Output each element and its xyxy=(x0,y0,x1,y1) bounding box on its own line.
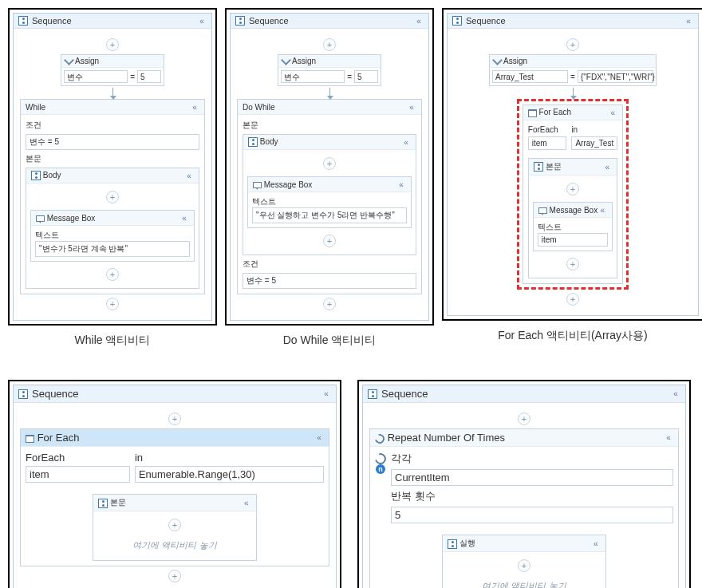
add-activity-plus[interactable]: + xyxy=(323,38,336,51)
condition-input[interactable]: 변수 = 5 xyxy=(26,134,199,150)
foreach-label: ForEach xyxy=(26,452,130,464)
repeat-title: Repeat Number Of Times xyxy=(388,432,505,444)
current-item-input[interactable]: CurrentItem xyxy=(391,469,673,486)
sequence-panel[interactable]: Sequence « + Assign Array_Test = {"FDX",… xyxy=(447,13,699,316)
body-label: 본문 xyxy=(243,120,416,131)
count-input[interactable]: 5 xyxy=(391,507,673,523)
sequence-title: Sequence xyxy=(466,16,506,26)
foreach-activity[interactable]: For Each« ForEach item in Array xyxy=(523,105,623,284)
add-activity-plus[interactable]: + xyxy=(168,412,181,425)
add-activity-plus[interactable]: + xyxy=(106,268,119,281)
collapse-icon[interactable]: « xyxy=(671,389,680,399)
in-label: in xyxy=(571,125,617,134)
assign-activity[interactable]: Assign 변수 = 5 xyxy=(61,54,164,86)
assign-to-input[interactable]: Array_Test xyxy=(492,70,568,83)
assign-value-input[interactable]: 5 xyxy=(137,70,161,83)
add-activity-plus[interactable]: + xyxy=(323,298,336,310)
collapse-icon[interactable]: « xyxy=(396,180,406,189)
add-activity-plus[interactable]: + xyxy=(518,559,530,572)
assign-activity[interactable]: Assign Array_Test = {"FDX","NET","WRI"} xyxy=(489,54,657,86)
add-activity-plus[interactable]: + xyxy=(566,38,579,51)
sequence-icon xyxy=(534,162,543,172)
foreach-collection-input[interactable]: Array_Test xyxy=(571,136,617,150)
add-activity-plus[interactable]: + xyxy=(106,38,119,51)
collapse-icon[interactable]: « xyxy=(401,137,411,147)
add-activity-plus[interactable]: + xyxy=(168,519,181,531)
condition-input[interactable]: 변수 = 5 xyxy=(243,273,416,289)
sequence-panel[interactable]: Sequence « + For Each« ForEach item xyxy=(13,385,337,588)
execute-sequence[interactable]: 실행« + 여기에 액티비티 놓기 xyxy=(442,535,606,588)
collapse-icon[interactable]: « xyxy=(407,102,416,112)
sequence-panel[interactable]: Sequence « + Assign 변수 = 5 xyxy=(230,13,429,321)
message-icon xyxy=(253,182,262,188)
execute-title: 실행 xyxy=(459,539,475,547)
drop-placeholder[interactable]: 여기에 액티비티 놓기 xyxy=(132,535,216,556)
assign-value-input[interactable]: {"FDX","NET","WRI"} xyxy=(578,70,653,83)
message-box-activity[interactable]: Message Box« 텍스트 item xyxy=(533,202,613,251)
sequence-icon xyxy=(368,389,377,399)
add-activity-plus[interactable]: + xyxy=(566,293,579,306)
foreach-item-input[interactable]: item xyxy=(528,136,567,150)
foreach-activity[interactable]: For Each« ForEach item in Enumerable.Ran… xyxy=(20,428,329,566)
add-activity-plus[interactable]: + xyxy=(168,570,181,582)
message-text-input[interactable]: "변수가 5라면 계속 반복" xyxy=(35,241,190,257)
assign-title: Assign xyxy=(292,57,316,65)
collapse-icon[interactable]: « xyxy=(242,498,251,507)
assign-to-input[interactable]: 변수 xyxy=(281,70,345,83)
message-box-activity[interactable]: Message Box« 텍스트 "우선 실행하고 변수가 5라면 반복수행" xyxy=(247,176,412,228)
collapse-icon[interactable]: « xyxy=(314,433,324,443)
sequence-panel[interactable]: Sequence « + Assign 변수 = 5 xyxy=(13,13,212,321)
loop-icon xyxy=(373,452,388,467)
assign-title: Assign xyxy=(503,57,527,65)
add-activity-plus[interactable]: + xyxy=(323,235,336,247)
sequence-icon xyxy=(448,539,457,549)
highlight-box: For Each« ForEach item in Array xyxy=(517,99,629,290)
sequence-panel[interactable]: Sequence « + Repeat Number Of Times« n xyxy=(362,385,686,588)
collapse-icon[interactable]: « xyxy=(602,162,612,172)
collapse-icon[interactable]: « xyxy=(321,389,331,399)
dowhile-activity[interactable]: Do While« 본문 Body« + Message Box« xyxy=(237,99,422,294)
collapse-icon[interactable]: « xyxy=(597,205,607,215)
collapse-icon[interactable]: « xyxy=(184,171,194,180)
while-activity[interactable]: While« 조건 변수 = 5 본문 Body« + Message Bo xyxy=(20,99,205,294)
body-sequence[interactable]: Body« + Message Box« 텍스트 "변수가 5라면 계속 반복" xyxy=(26,168,199,289)
sequence-title: Sequence xyxy=(381,388,428,400)
add-activity-plus[interactable]: + xyxy=(566,258,579,270)
repeat-activity[interactable]: Repeat Number Of Times« n 각각 CurrentItem xyxy=(369,428,679,588)
drop-placeholder[interactable]: 여기에 액티비티 놓기 xyxy=(482,575,566,588)
collapse-icon[interactable]: « xyxy=(197,16,207,26)
body-sequence[interactable]: Body« + Message Box« 텍스트 "우선 실행하고 변수가 5라… xyxy=(243,134,416,255)
foreach-item-input[interactable]: item xyxy=(26,466,130,483)
message-text-input[interactable]: item xyxy=(538,233,608,247)
while-title: While xyxy=(26,103,45,112)
flow-arrow xyxy=(573,88,574,97)
foreach-icon xyxy=(26,435,34,443)
body-sequence[interactable]: 본문« + 여기에 액티비티 놓기 xyxy=(93,494,257,561)
collapse-icon[interactable]: « xyxy=(608,108,617,117)
message-box-activity[interactable]: Message Box« 텍스트 "변수가 5라면 계속 반복" xyxy=(30,210,195,262)
n-badge-icon: n xyxy=(376,464,385,474)
add-activity-plus[interactable]: + xyxy=(566,183,579,195)
sequence-icon xyxy=(31,171,41,180)
sequence-icon xyxy=(248,137,258,147)
add-activity-plus[interactable]: + xyxy=(106,191,119,203)
add-activity-plus[interactable]: + xyxy=(518,412,530,425)
collapse-icon[interactable]: « xyxy=(414,16,424,26)
collapse-icon[interactable]: « xyxy=(190,102,199,112)
assign-activity[interactable]: Assign 변수 = 5 xyxy=(278,54,381,86)
collapse-icon[interactable]: « xyxy=(179,213,189,223)
body-title: Body xyxy=(43,171,61,180)
assign-value-input[interactable]: 5 xyxy=(354,70,378,83)
assign-to-input[interactable]: 변수 xyxy=(64,70,128,83)
add-activity-plus[interactable]: + xyxy=(106,298,119,310)
collapse-icon[interactable]: « xyxy=(684,16,693,26)
add-activity-plus[interactable]: + xyxy=(323,157,336,170)
assign-title: Assign xyxy=(75,57,99,65)
message-text-input[interactable]: "우선 실행하고 변수가 5라면 반복수행" xyxy=(252,207,407,223)
collapse-icon[interactable]: « xyxy=(664,433,673,443)
foreach-collection-input[interactable]: Enumerable.Range(1,30) xyxy=(135,466,324,483)
message-box-title: Message Box xyxy=(550,206,598,215)
collapse-icon[interactable]: « xyxy=(591,539,601,548)
body-sequence[interactable]: 본문« + Message Box« 텍스트 item xyxy=(528,158,617,278)
dowhile-title: Do While xyxy=(243,103,275,112)
